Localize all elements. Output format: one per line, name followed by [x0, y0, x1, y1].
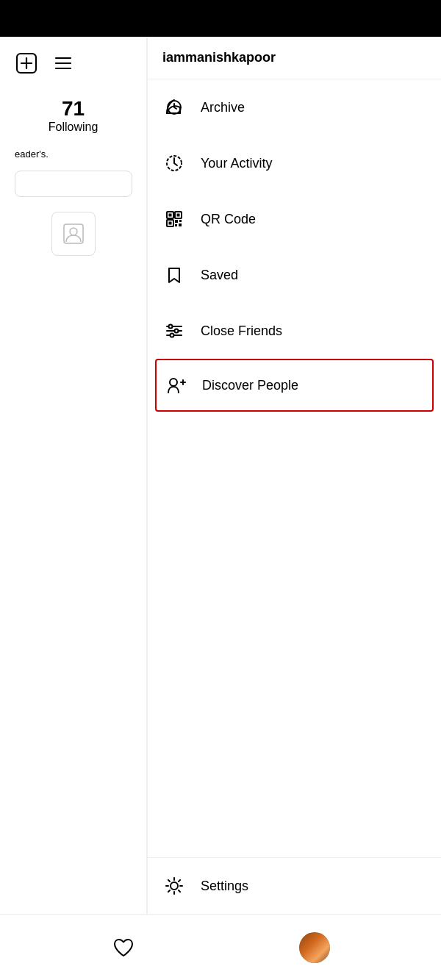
settings-icon	[162, 874, 186, 898]
discover-people-label: Discover People	[202, 378, 298, 393]
menu-item-close-friends[interactable]: Close Friends	[148, 303, 441, 359]
svg-point-7	[70, 228, 77, 235]
svg-point-26	[170, 379, 177, 386]
svg-point-25	[171, 334, 174, 337]
menu-item-qr-code[interactable]: QR Code	[148, 191, 441, 247]
svg-rect-11	[169, 214, 172, 217]
menu-item-your-activity[interactable]: Your Activity	[148, 135, 441, 191]
following-section: 71 Following	[49, 97, 98, 134]
dropdown-header: iammanishkapoor	[148, 37, 441, 79]
svg-rect-16	[175, 220, 178, 223]
svg-rect-18	[175, 224, 177, 226]
nav-avatar-button[interactable]	[299, 932, 330, 963]
activity-label: Your Activity	[201, 156, 272, 171]
menu-item-saved[interactable]: Saved	[148, 247, 441, 303]
svg-rect-15	[169, 222, 172, 225]
bottom-nav	[0, 914, 441, 980]
menu-item-archive[interactable]: Archive	[148, 79, 441, 135]
search-bar[interactable]	[15, 171, 132, 197]
svg-rect-17	[179, 220, 182, 222]
menu-item-discover-people[interactable]: Discover People	[155, 359, 434, 412]
close-friends-icon	[162, 319, 186, 343]
profile-panel: 71 Following eader's.	[0, 37, 147, 914]
bio-text: eader's.	[7, 149, 139, 160]
svg-rect-19	[179, 223, 182, 226]
bookmark-icon	[162, 263, 186, 287]
qr-label: QR Code	[201, 212, 256, 227]
settings-label: Settings	[201, 879, 248, 894]
top-icons	[7, 51, 74, 75]
following-count: 71	[49, 97, 98, 121]
menu-spacer	[148, 412, 441, 857]
status-bar	[0, 0, 441, 37]
archive-label: Archive	[201, 100, 245, 115]
avatar	[299, 932, 330, 963]
svg-point-24	[175, 329, 179, 333]
discover-icon	[164, 373, 187, 397]
nav-heart-button[interactable]	[111, 935, 136, 960]
qr-icon	[162, 207, 186, 231]
svg-point-23	[169, 325, 173, 329]
svg-rect-13	[177, 214, 180, 217]
saved-label: Saved	[201, 268, 238, 283]
add-post-button[interactable]	[15, 51, 38, 75]
following-label: Following	[49, 121, 98, 134]
settings-footer[interactable]: Settings	[148, 857, 441, 914]
close-friends-label: Close Friends	[201, 323, 282, 339]
profile-photo-placeholder	[51, 212, 96, 256]
archive-icon	[162, 96, 186, 119]
svg-point-29	[171, 882, 178, 890]
main-content: 71 Following eader's. iammanishkapoor	[0, 37, 441, 914]
avatar-image	[299, 932, 330, 963]
heart-icon	[111, 935, 136, 960]
hamburger-menu-button[interactable]	[53, 51, 74, 75]
dropdown-panel: iammanishkapoor Archive	[147, 37, 441, 914]
activity-icon	[162, 151, 186, 175]
